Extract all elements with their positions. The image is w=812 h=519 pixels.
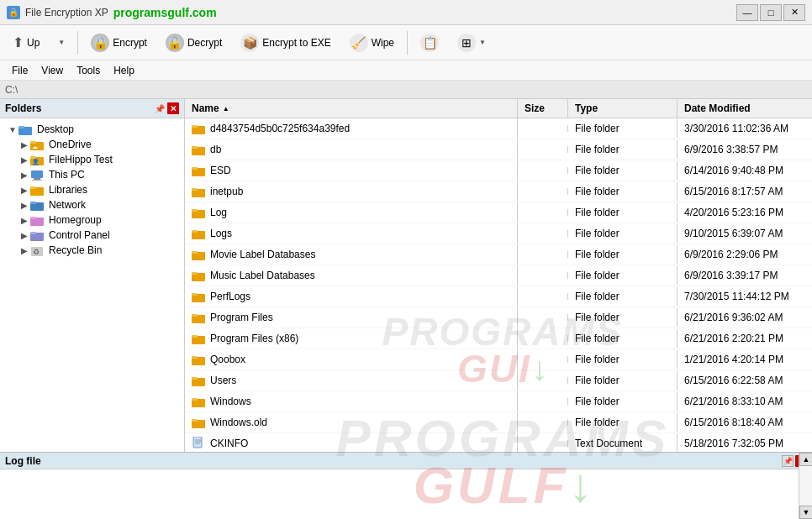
svg-text:♻: ♻: [33, 248, 40, 256]
menu-view[interactable]: View: [34, 63, 70, 78]
file-name: Program Files: [185, 307, 518, 328]
table-row[interactable]: PerfLogs File folder 7/30/2015 11:44:12 …: [185, 286, 812, 307]
file-size: [518, 125, 568, 132]
svg-text:👤: 👤: [32, 158, 40, 165]
tree-item-recyclebin[interactable]: ▶ ♻ Recycle Bin: [0, 243, 184, 258]
file-size: [518, 356, 568, 363]
log-scrollbar[interactable]: ▲ ▼: [799, 453, 812, 519]
file-icon: [192, 164, 205, 177]
file-icon: [192, 227, 205, 240]
file-date: 6/14/2016 9:40:48 PM: [678, 161, 812, 180]
tree-item-filehippo[interactable]: ▶ 👤 FileHippo Test: [0, 152, 184, 167]
thispc-folder-icon: [30, 169, 45, 181]
tree-item-desktop[interactable]: ▼ Desktop: [0, 122, 184, 137]
tree-item-homegroup[interactable]: ▶ Homegroup: [0, 212, 184, 228]
table-row[interactable]: Movie Label Databases File folder 6/9/20…: [185, 244, 812, 265]
log-panel: Log file 📌 ✕ ▲ ▼: [0, 452, 812, 519]
table-row[interactable]: db File folder 6/9/2016 3:38:57 PM: [185, 139, 812, 160]
table-row[interactable]: Program Files (x86) File folder 6/21/201…: [185, 328, 812, 349]
svg-rect-14: [30, 202, 36, 204]
menu-file[interactable]: File: [5, 63, 34, 78]
folders-header: Folders 📌 ✕: [0, 99, 184, 118]
folders-close-icon[interactable]: ✕: [167, 102, 179, 114]
recyclebin-folder-icon: ♻: [30, 244, 45, 256]
tree-item-libraries[interactable]: ▶ Libraries: [0, 182, 184, 197]
table-row[interactable]: d4843754d5b0c725f634a39fed File folder 3…: [185, 118, 812, 139]
column-type[interactable]: Type: [568, 99, 678, 118]
svg-rect-36: [192, 272, 198, 275]
menu-help[interactable]: Help: [107, 63, 141, 78]
up-dropdown-button[interactable]: ▼: [50, 35, 72, 50]
table-row[interactable]: ESD File folder 6/14/2016 9:40:48 PM: [185, 160, 812, 181]
column-name[interactable]: Name ▲: [185, 99, 518, 118]
svg-rect-1: [18, 126, 24, 128]
tree-item-label: This PC: [49, 169, 85, 181]
file-type: File folder: [568, 392, 678, 411]
file-size: [518, 209, 568, 216]
file-name: PerfLogs: [185, 286, 518, 307]
table-row[interactable]: Qoobox File folder 1/21/2016 4:20:14 PM: [185, 349, 812, 370]
up-button[interactable]: ⬆ Up: [5, 31, 47, 54]
app-icon: 🔒: [7, 6, 20, 19]
toolbar: ⬆ Up ▼ 🔒 Encrypt 🔓 Decrypt 📦 Encrypt to …: [0, 25, 812, 60]
file-date: 6/15/2016 6:22:58 AM: [678, 371, 812, 390]
log-scroll-down[interactable]: ▼: [799, 506, 812, 519]
tree-item-label: OneDrive: [49, 139, 92, 150]
maximize-button[interactable]: □: [760, 4, 782, 21]
network-folder-icon: [30, 199, 45, 211]
tree-item-label: FileHippo Test: [49, 154, 113, 165]
minimize-button[interactable]: —: [736, 4, 758, 21]
table-row[interactable]: Log File folder 4/20/2016 5:23:16 PM: [185, 202, 812, 223]
column-size[interactable]: Size: [518, 99, 568, 118]
log-pin-icon[interactable]: 📌: [782, 455, 794, 467]
close-button[interactable]: ✕: [783, 4, 805, 21]
separator-1: [77, 31, 78, 55]
svg-rect-50: [192, 419, 198, 422]
file-date: 6/21/2016 8:33:10 AM: [678, 392, 812, 411]
address-bar: C:\: [0, 81, 812, 99]
website-label: programsgulf.com: [113, 6, 217, 19]
wipe-button[interactable]: 🧹 Wipe: [342, 30, 402, 55]
table-row[interactable]: Logs File folder 9/10/2015 6:39:07 AM: [185, 223, 812, 244]
decrypt-button[interactable]: 🔓 Decrypt: [158, 30, 229, 55]
svg-rect-34: [192, 251, 198, 254]
file-type: File folder: [568, 161, 678, 180]
column-date[interactable]: Date Modified: [678, 99, 812, 118]
file-type: File folder: [568, 329, 678, 348]
table-row[interactable]: Users File folder 6/15/2016 6:22:58 AM: [185, 370, 812, 391]
log-scroll-up[interactable]: ▲: [799, 453, 812, 466]
file-icon: [192, 290, 205, 303]
file-date: 6/15/2016 8:18:40 AM: [678, 413, 812, 432]
file-type: File folder: [568, 266, 678, 285]
file-size: [518, 293, 568, 300]
table-row[interactable]: Windows File folder 6/21/2016 8:33:10 AM: [185, 391, 812, 412]
settings-button[interactable]: 📋: [413, 30, 446, 55]
svg-rect-28: [192, 188, 198, 191]
tree-item-controlpanel[interactable]: ▶ Control Panel: [0, 228, 184, 243]
tree-item-network[interactable]: ▶ Network: [0, 197, 184, 212]
svg-rect-26: [192, 167, 198, 170]
table-row[interactable]: Windows.old File folder 6/15/2016 8:18:4…: [185, 412, 812, 433]
libraries-folder-icon: [30, 184, 45, 196]
file-size: [518, 188, 568, 195]
menu-tools[interactable]: Tools: [70, 63, 107, 78]
file-size: [518, 398, 568, 405]
file-size: [518, 419, 568, 426]
pin-icon[interactable]: 📌: [154, 102, 166, 114]
expand-icon: ▶: [18, 231, 30, 240]
svg-rect-38: [192, 293, 198, 296]
tree-item-label: Network: [49, 199, 86, 211]
file-date: 6/9/2016 3:38:57 PM: [678, 140, 812, 159]
view-button[interactable]: ⊞ ▼: [450, 30, 493, 55]
tree-item-onedrive[interactable]: ▶ ☁ OneDrive: [0, 137, 184, 152]
file-type: File folder: [568, 287, 678, 306]
encrypt-to-exe-button[interactable]: 📦 Encrypt to EXE: [233, 30, 338, 55]
table-row[interactable]: inetpub File folder 6/15/2016 8:17:57 AM: [185, 181, 812, 202]
wipe-label: Wipe: [372, 37, 394, 49]
table-row[interactable]: Music Label Databases File folder 6/9/20…: [185, 265, 812, 286]
file-list-header: Name ▲ Size Type Date Modified: [185, 99, 812, 118]
table-row[interactable]: Program Files File folder 6/21/2016 9:36…: [185, 307, 812, 328]
filehippo-folder-icon: 👤: [30, 154, 45, 165]
tree-item-thispc[interactable]: ▶ This PC: [0, 167, 184, 182]
encrypt-button[interactable]: 🔒 Encrypt: [83, 30, 155, 55]
